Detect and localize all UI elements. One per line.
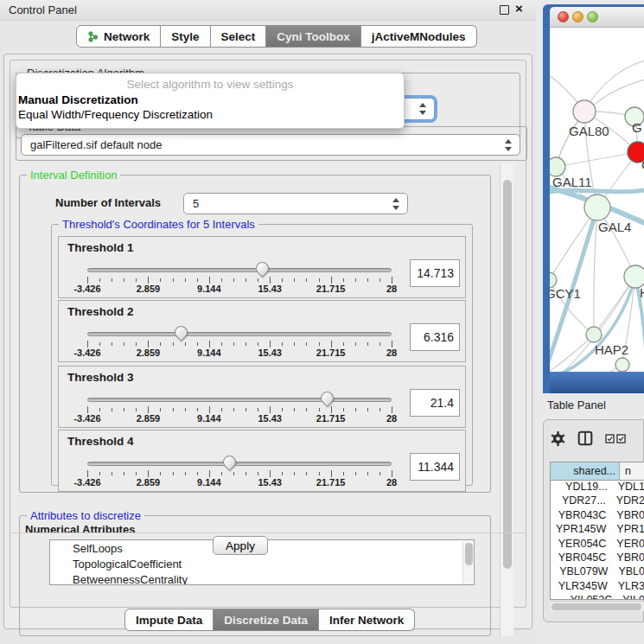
- node-gal4: [584, 194, 610, 220]
- dropdown-prompt[interactable]: Select algorithm to view settings: [16, 78, 404, 91]
- table-row[interactable]: YPR145WYPR1: [551, 523, 644, 537]
- network-view-window: GAL80 GAL11 GAL4 GCY1 HAP2 G C H: [543, 4, 644, 393]
- network-canvas[interactable]: GAL80 GAL11 GAL4 GCY1 HAP2 G C H: [550, 28, 644, 372]
- column-header-shared-name[interactable]: shared...: [551, 462, 620, 480]
- control-panel-titlebar: Control Panel ×: [0, 0, 536, 21]
- algorithm-dropdown-popup: Select algorithm to view settings Manual…: [16, 73, 405, 129]
- node-attribute-table[interactable]: shared... n YDL19...YDL1 YDR27...YDR2 YB…: [550, 462, 644, 600]
- slider-track[interactable]: [87, 268, 392, 272]
- table-row[interactable]: YLR345WYLR3: [551, 580, 644, 594]
- control-panel-tabs: Network Style Select Cyni Toolbox jActiv…: [76, 25, 477, 48]
- node-gal80: [573, 100, 596, 123]
- table-data-group: Table Data galFiltered.sif default node: [16, 126, 527, 161]
- tab-jactivemnodules[interactable]: jActiveMNodules: [361, 25, 477, 48]
- column-header-name[interactable]: n: [620, 462, 644, 480]
- combo-arrows-icon: [392, 198, 400, 210]
- threshold-3-value[interactable]: 21.4: [410, 389, 460, 417]
- slider-handle[interactable]: [172, 323, 190, 341]
- slider-track[interactable]: [87, 398, 392, 402]
- cyni-mode-tabs: Impute Data Discretize Data Infer Networ…: [124, 609, 415, 631]
- slider-ticks: [87, 470, 392, 477]
- node-label: GAL4: [598, 220, 631, 234]
- network-icon: [87, 31, 99, 42]
- slider-ticks: [87, 406, 392, 413]
- float-window-icon[interactable]: [500, 5, 509, 15]
- table-header-row: shared... n: [551, 462, 644, 481]
- apply-strip: Apply: [10, 532, 526, 607]
- slider-handle[interactable]: [318, 389, 336, 407]
- slider-ticks: [87, 277, 392, 284]
- node-label: GAL80: [569, 124, 609, 138]
- slider-handle[interactable]: [253, 259, 271, 277]
- num-intervals-label: Number of Intervals: [55, 196, 161, 209]
- slider-tick-labels: -3.4262.859 9.14415.43 21.71528: [87, 284, 392, 294]
- scrollbar-thumb[interactable]: [503, 180, 512, 569]
- tab-network[interactable]: Network: [76, 25, 161, 48]
- network-window-bottom-frame: [550, 372, 644, 393]
- slider-tick-labels: -3.4262.859 9.14415.43 21.71528: [87, 413, 392, 424]
- threshold-1-value[interactable]: 14.713: [410, 259, 460, 287]
- minimize-traffic-light-icon[interactable]: [572, 11, 583, 22]
- slider-tick-labels: -3.4262.859 9.14415.43 21.71528: [87, 477, 392, 488]
- threshold-2-panel: Threshold 2 -3.4262.859 9.14415.43 21.71…: [58, 300, 466, 362]
- threshold-1-panel: Threshold 1 -3.4262.859 9.14415.43 21.71…: [58, 236, 466, 298]
- table-row[interactable]: YBL079WYBL0: [551, 565, 644, 579]
- thresholds-group-title: Threshold's Coordinates for 5 Intervals: [59, 218, 258, 231]
- threshold-3-panel: Threshold 3 -3.4262.859 9.14415.43 21.71…: [58, 366, 466, 428]
- checkbox-icon[interactable]: [616, 434, 626, 443]
- node-label: GAL11: [552, 175, 592, 189]
- control-panel: Control Panel × Network Style Select Cyn…: [0, 0, 536, 644]
- dropdown-item-equal-width[interactable]: Equal Width/Frequency Discretization: [18, 108, 213, 121]
- tab-discretize-data[interactable]: Discretize Data: [214, 609, 319, 631]
- table-data-combobox[interactable]: galFiltered.sif default node: [21, 134, 520, 156]
- attributes-group-title: Attributes to discretize: [27, 509, 144, 522]
- table-row[interactable]: YDR27...YDR2: [551, 494, 644, 508]
- dropdown-item-manual[interactable]: Manual Discretization: [18, 93, 138, 106]
- table-horizontal-scrollbar[interactable]: [550, 601, 644, 611]
- node-label-partial: H: [640, 285, 644, 300]
- slider-tick-labels: -3.4262.859 9.14415.43 21.71528: [87, 348, 392, 358]
- tab-select[interactable]: Select: [211, 25, 267, 48]
- checkbox-icon[interactable]: [605, 434, 615, 443]
- close-icon[interactable]: ×: [515, 1, 523, 16]
- node-hap2: [586, 327, 602, 342]
- tab-cyni-toolbox[interactable]: Cyni Toolbox: [266, 25, 361, 48]
- close-traffic-light-icon[interactable]: [558, 11, 569, 22]
- network-window-titlebar: [550, 7, 644, 28]
- slider-ticks: [87, 341, 392, 348]
- tab-label: Network: [104, 30, 150, 43]
- table-row[interactable]: YER054CYER0: [551, 538, 644, 552]
- cyni-outer-panel: Discretization Algorithm Select algorith…: [3, 54, 532, 629]
- threshold-4-panel: Threshold 4 -3.4262.859 9.14415.43 21.71…: [58, 430, 466, 492]
- panel-title: Control Panel: [9, 3, 77, 16]
- node-gal11: [550, 157, 565, 176]
- interval-definition-group: Interval Definition Number of Intervals …: [19, 175, 491, 493]
- columns-icon[interactable]: [577, 430, 593, 446]
- threshold-4-value[interactable]: 11.344: [410, 453, 460, 481]
- scrollbar-thumb[interactable]: [552, 603, 641, 610]
- combo-arrows-icon: [505, 139, 513, 151]
- slider-handle[interactable]: [220, 453, 239, 471]
- gear-icon[interactable]: [551, 431, 565, 446]
- threshold-2-value[interactable]: 6.316: [410, 323, 460, 351]
- table-row[interactable]: YBR043CYBR0: [551, 509, 644, 523]
- tab-style[interactable]: Style: [161, 25, 210, 48]
- tab-impute-data[interactable]: Impute Data: [124, 609, 214, 631]
- node-label-partial: G: [632, 120, 642, 135]
- tab-infer-network[interactable]: Infer Network: [319, 609, 415, 631]
- discretize-panel: Discretization Algorithm Select algorith…: [10, 60, 526, 608]
- slider-track[interactable]: [87, 332, 392, 336]
- thresholds-group: Threshold's Coordinates for 5 Intervals …: [51, 224, 473, 486]
- table-row[interactable]: YDL19...YDL1: [551, 481, 644, 494]
- zoom-traffic-light-icon[interactable]: [587, 11, 598, 22]
- apply-button[interactable]: Apply: [213, 536, 268, 555]
- node-partial-bottom: [615, 358, 629, 372]
- table-toolbar: [551, 427, 626, 450]
- node-label: HAP2: [595, 342, 628, 357]
- slider-track[interactable]: [87, 462, 392, 466]
- node-label: GCY1: [550, 286, 581, 301]
- table-row[interactable]: YBR045CYBR0: [551, 552, 644, 565]
- num-intervals-combobox[interactable]: 5: [183, 193, 408, 214]
- table-row[interactable]: YIL052CYIL0: [551, 594, 644, 600]
- table-panel-title: Table Panel: [547, 399, 606, 411]
